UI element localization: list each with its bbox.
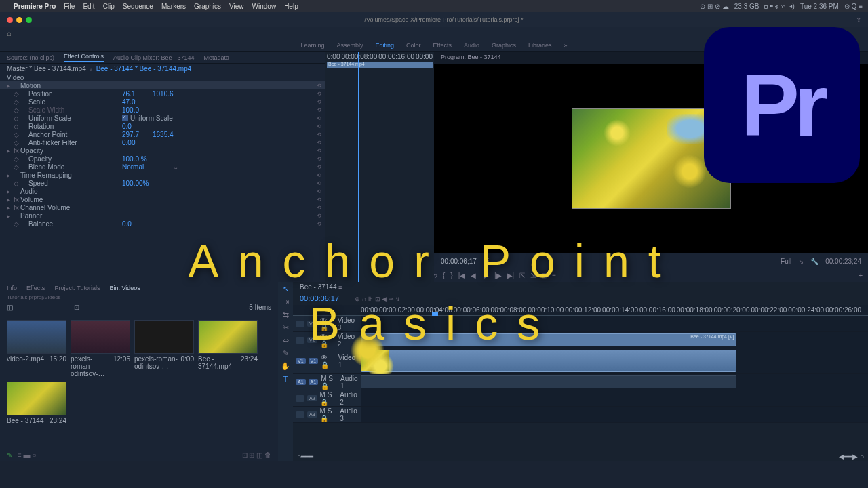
ws-editing[interactable]: Editing <box>376 42 395 49</box>
menu-clip[interactable]: Clip <box>103 3 115 10</box>
tab-project[interactable]: Project: Tutorials <box>54 285 100 291</box>
bin-thumb-1[interactable]: pexels-roman-odintsov-…12:05 <box>71 320 130 378</box>
menu-edit[interactable]: Edit <box>83 3 94 10</box>
slip-tool-icon[interactable]: ⇔ <box>283 336 289 345</box>
ec-row-scale-width[interactable]: ◇Scale Width100.0⟲ <box>0 106 326 114</box>
program-res[interactable]: Full <box>781 258 791 265</box>
list-view-icon[interactable]: ≡ ▬ ○ <box>18 451 36 459</box>
mark-in-icon[interactable]: { <box>443 272 445 279</box>
menu-window[interactable]: Window <box>252 3 277 10</box>
menu-markers[interactable]: Markers <box>161 3 186 10</box>
ec-row-speed[interactable]: ◇Speed100.00%⟲ <box>0 179 326 187</box>
sequence-name[interactable]: Bee - 37144 <box>300 283 337 291</box>
ec-row-motion[interactable]: ▸Motion⟲ <box>0 81 326 89</box>
tab-effects[interactable]: Effects <box>26 285 45 291</box>
extract-icon[interactable]: ⇲ <box>530 272 536 279</box>
app-name[interactable]: Premiere Pro <box>14 3 56 10</box>
menu-file[interactable]: File <box>64 3 75 10</box>
spotlight-icon[interactable]: ⊙ Q ≡ <box>844 3 863 10</box>
tab-audio-mixer[interactable]: Audio Clip Mixer: Bee - 37144 <box>113 54 195 61</box>
tab-source[interactable]: Source: (no clips) <box>7 54 54 61</box>
comparison-icon[interactable]: ≡ <box>552 272 556 279</box>
ec-row-opacity[interactable]: ▸fxOpacity⟲ <box>0 146 326 155</box>
clock[interactable]: Tue 2:36 PM <box>800 3 839 10</box>
ec-row-opacity[interactable]: ◇Opacity100.0 %⟲ <box>0 155 326 163</box>
pen-tool-icon[interactable]: ✎ <box>283 349 289 358</box>
step-fwd-icon[interactable]: |▶ <box>494 272 502 279</box>
storage-indicator[interactable]: 23.3 GB <box>734 3 760 10</box>
export-frame-icon[interactable]: ⊡ <box>541 272 547 279</box>
clip-v1[interactable] <box>361 350 736 372</box>
ws-assembly[interactable]: Assembly <box>337 42 363 49</box>
ws-audio[interactable]: Audio <box>464 42 479 49</box>
ec-row-anchor-point[interactable]: ◇Anchor Point297.71635.4⟲ <box>0 130 326 138</box>
status-icons-2[interactable]: ⊡ ◧ ⊕ ᯤ ◀) <box>764 3 794 10</box>
menu-sequence[interactable]: Sequence <box>123 3 153 10</box>
ws-graphics[interactable]: Graphics <box>492 42 516 49</box>
ws-learning[interactable]: Learning <box>300 42 324 49</box>
ec-row-uniform-scale[interactable]: ◇Uniform ScaleUniform Scale⟲ <box>0 114 326 122</box>
bin-thumb-2[interactable]: pexels-roman-odintsov-…0:00 <box>134 320 194 378</box>
lift-icon[interactable]: ⇱ <box>519 272 525 279</box>
button-editor-icon[interactable]: + <box>859 272 863 279</box>
tl-scroll[interactable]: ◀━━▶ ○ <box>839 453 864 460</box>
razor-tool-icon[interactable]: ✂ <box>283 323 289 332</box>
ec-playhead[interactable] <box>358 52 359 282</box>
ec-row-rotation[interactable]: ◇Rotation0.0⟲ <box>0 122 326 130</box>
ec-row-panner[interactable]: ▸Panner⟲ <box>0 211 326 220</box>
tab-metadata[interactable]: Metadata <box>203 54 229 61</box>
ec-row-scale[interactable]: ◇Scale47.0⟲ <box>0 98 326 106</box>
menu-help[interactable]: Help <box>284 3 298 10</box>
track-select-tool-icon[interactable]: ⇥ <box>283 298 289 306</box>
new-bin-icon[interactable]: ⊡ ⊞ ◫ 🗑 <box>242 451 271 459</box>
ec-row-volume[interactable]: ▸fxVolume⟲ <box>0 195 326 203</box>
ec-row-balance[interactable]: ◇Balance0.0⟲ <box>0 220 326 228</box>
ws-overflow[interactable]: » <box>564 42 568 49</box>
ec-row-time-remapping[interactable]: ▸Time Remapping⟲ <box>0 171 326 179</box>
mark-out-icon[interactable]: } <box>450 272 452 279</box>
tab-effect-controls[interactable]: Effect Controls <box>64 53 104 62</box>
bin-path[interactable]: Tutorials.prproj\Videos <box>0 294 278 304</box>
ec-row-audio[interactable]: ▸Audio⟲ <box>0 187 326 195</box>
ws-color[interactable]: Color <box>406 42 421 49</box>
ripple-tool-icon[interactable]: ⇆ <box>283 310 289 319</box>
go-in-icon[interactable]: |◀ <box>458 272 466 279</box>
ec-row-blend-mode[interactable]: ◇Blend ModeNormal⌄⟲ <box>0 163 326 171</box>
ws-effects[interactable]: Effects <box>433 42 452 49</box>
freeform-icon[interactable]: ✎ <box>7 451 12 459</box>
program-timecode[interactable]: 00:00:06;17 <box>441 258 477 265</box>
traffic-lights[interactable] <box>0 17 32 23</box>
tab-info[interactable]: Info <box>7 285 17 291</box>
menu-view[interactable]: View <box>229 3 244 10</box>
hand-tool-icon[interactable]: ✋ <box>281 362 290 371</box>
go-out-icon[interactable]: ▶| <box>507 272 515 279</box>
timeline-timecode[interactable]: 00:00:06;17 <box>300 294 339 302</box>
ec-mini-timeline[interactable]: 0:0000:00:08:0000:00:16:0000:00 Bee - 37… <box>326 52 434 282</box>
home-icon[interactable]: ⌂ <box>7 29 12 37</box>
ws-libraries[interactable]: Libraries <box>528 42 552 49</box>
bin-search-icon[interactable]: ⊡ <box>74 304 79 316</box>
play-icon[interactable]: ▶ <box>484 272 489 279</box>
clip-a1[interactable] <box>361 375 736 388</box>
ec-row-position[interactable]: ◇Position76.11010.6⟲ <box>0 89 326 98</box>
ec-row-anti-flicker-filter[interactable]: ◇Anti-flicker Filter0.00⟲ <box>0 138 326 146</box>
bin-thumb-3[interactable]: Bee - 37144.mp423:24 <box>198 320 258 378</box>
bin-filter-icon[interactable]: ◫ <box>7 304 13 316</box>
wrench-icon[interactable]: 🔧 <box>810 258 818 265</box>
bin-thumb-0[interactable]: video-2.mp415:20 <box>7 320 66 378</box>
selection-tool-icon[interactable]: ↖ <box>283 285 289 293</box>
tl-zoom-slider[interactable]: ○━━━ <box>297 453 313 460</box>
type-tool-icon[interactable]: T <box>283 375 288 383</box>
bin-thumb-4[interactable]: Bee - 3714423:24 <box>7 382 66 424</box>
ec-row-channel-volume[interactable]: ▸fxChannel Volume⟲ <box>0 203 326 211</box>
program-zoom-fit[interactable]: Fit <box>484 258 491 265</box>
clip-v2[interactable]: Bee - 37144.mp4 [V] <box>361 333 736 346</box>
step-back-icon[interactable]: ◀| <box>471 272 478 279</box>
tab-bin[interactable]: Bin: Videos <box>109 285 140 291</box>
add-marker-icon[interactable]: ▿ <box>434 272 437 279</box>
share-icon[interactable]: ⇪ <box>856 16 868 24</box>
tl-options[interactable]: ⊕ ∩ ⊪ ⊡ ◀ ⊸ ↯ <box>355 296 401 302</box>
status-icons[interactable]: ⊙ ⊞ ⊘ ☁ <box>700 3 728 10</box>
timeline-ruler[interactable]: 00:0000:00:02:0000:00:04:0000:00:06:0000… <box>293 305 868 316</box>
menu-graphics[interactable]: Graphics <box>194 3 221 10</box>
